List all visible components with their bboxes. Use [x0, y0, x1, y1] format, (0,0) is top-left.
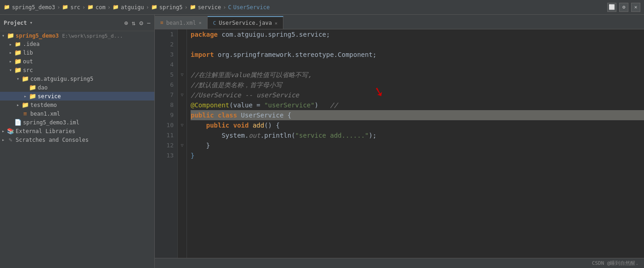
line-num-9: 9 [158, 110, 174, 120]
code-line-11: System. out .println( "service add......… [191, 130, 644, 140]
tree-label-scratches: Scratches and Consoles [15, 137, 154, 143]
bc-src-icon: 📁 [62, 4, 68, 10]
code-line-13: } [191, 151, 644, 161]
expand-arrow-spring5demo3[interactable]: ▾ [0, 33, 6, 38]
out-ref: out [249, 130, 260, 140]
tree-item-bean1xml[interactable]: ≡ bean1.xml [0, 109, 154, 118]
line-num-7: 7 [158, 90, 174, 100]
folder-icon-dao: 📁 [28, 84, 37, 91]
gear-icon[interactable]: ⚙ [139, 19, 143, 27]
scratch-icon: ✎ [6, 136, 15, 143]
line-num-12: 12 [158, 140, 174, 151]
sync-icon[interactable]: ⇅ [132, 19, 136, 27]
fold-10[interactable]: ▽ [178, 120, 186, 130]
bc-spring5-icon: 📁 [151, 4, 158, 10]
comment-7: //UserService -- userService [191, 90, 299, 100]
line-num-1: 1 [158, 29, 174, 39]
tree-label-com-atguigu: com.atguigu.spring5 [29, 76, 154, 82]
tab-bean1xml[interactable]: ≡ bean1.xml ✕ [155, 16, 208, 29]
bc-class: UserService [233, 4, 270, 11]
bc-service-icon: 📁 [190, 4, 196, 10]
add-icon[interactable]: ⊕ [124, 19, 128, 27]
tree-item-testdemo[interactable]: ▸ 📁 testdemo [0, 100, 154, 109]
bc-src: src [70, 4, 80, 11]
bc-com: com [96, 4, 106, 11]
sidebar-header: Project ▾ ⊕ ⇅ ⚙ − [0, 15, 154, 31]
gutter-3 [178, 50, 186, 60]
sidebar-icons: ⊕ ⇅ ⚙ − [124, 19, 151, 27]
breadcrumb: 📁 spring5_demo3 › 📁 src › 📁 com › 📁 atgu… [4, 4, 270, 11]
status-bar: CSDN @睡到自然醒. [155, 258, 644, 268]
folder-icon-spring5demo3: 📁 [6, 32, 15, 39]
main-layout: Project ▾ ⊕ ⇅ ⚙ − ▾ 📁 spring5_demo3 E:\w… [0, 15, 644, 268]
tree-item-lib[interactable]: ▸ 📁 lib [0, 48, 154, 57]
gutter-11 [178, 130, 186, 140]
expand-arrow-out[interactable]: ▸ [7, 59, 14, 64]
bc-project: spring5_demo3 [12, 4, 55, 11]
kw-package: package [191, 29, 218, 39]
tree-item-iml[interactable]: 📄 spring5_demo3.iml [0, 118, 154, 127]
import-pkg: org.springframework.stereotype. [214, 50, 338, 60]
code-line-1: package com.atguigu.spring5.service; [191, 29, 644, 39]
minimize-icon[interactable]: − [147, 19, 151, 27]
fold-5[interactable]: ▽ [178, 70, 186, 80]
sidebar: Project ▾ ⊕ ⇅ ⚙ − ▾ 📁 spring5_demo3 E:\w… [0, 15, 155, 268]
kw-public-9: public [191, 110, 214, 120]
line-num-11: 11 [158, 130, 174, 140]
tabs-bar: ≡ bean1.xml ✕ C UserService.java ✕ [155, 15, 644, 29]
folder-icon-service: 📁 [28, 93, 37, 100]
tree-item-out[interactable]: ▸ 📁 out [0, 57, 154, 66]
tree-item-scratches[interactable]: ▸ ✎ Scratches and Consoles [0, 135, 154, 144]
gutter-2 [178, 39, 186, 50]
code-line-8: @Component (value = "userService" ) // [191, 100, 644, 110]
expand-arrow-lib[interactable]: ▸ [7, 50, 14, 55]
gutter-1 [178, 29, 186, 39]
code-line-12: } [191, 140, 644, 151]
watermark: CSDN @睡到自然醒. [592, 260, 638, 267]
fold-12[interactable]: ▽ [178, 140, 186, 151]
expand-arrow-service[interactable]: ▸ [22, 94, 28, 99]
expand-arrow-extlibs[interactable]: ▸ [0, 128, 6, 134]
tree-item-spring5demo3[interactable]: ▾ 📁 spring5_demo3 E:\work\spring5_d... [0, 31, 154, 40]
import-cls: Component [338, 50, 373, 60]
kw-import: import [191, 50, 214, 60]
line-num-13: 13 [158, 151, 174, 161]
tree-item-com-atguigu[interactable]: ▾ 📁 com.atguigu.spring5 [0, 74, 154, 83]
settings-button[interactable]: ⚙ [619, 3, 628, 12]
line-numbers: 1 2 3 4 5 6 7 8 9 10 11 12 13 [155, 29, 178, 258]
expand-arrow-com-atguigu[interactable]: ▾ [15, 76, 21, 81]
tree-item-idea[interactable]: ▸ 📁 .idea [0, 40, 154, 48]
close-button[interactable]: ✕ [631, 3, 640, 12]
folder-icon-src: 📁 [14, 67, 22, 73]
tree-label-service: service [37, 93, 154, 100]
tab-close-userservice[interactable]: ✕ [275, 21, 277, 26]
gutter-4 [178, 60, 186, 70]
tab-icon-userservice: C [213, 20, 216, 26]
expand-arrow-scratches[interactable]: ▸ [0, 137, 6, 142]
classname-userservice: UserService [241, 110, 284, 120]
tree-item-service[interactable]: ▸ 📁 service [0, 92, 154, 100]
tree-label-spring5demo3: spring5_demo3 E:\work\spring5_d... [15, 33, 154, 39]
expand-arrow-testdemo[interactable]: ▸ [15, 102, 21, 107]
maximize-button[interactable]: ⬜ [607, 3, 616, 12]
comment-6: //默认值是类名称，首字母小写 [191, 80, 282, 90]
tree-item-dao[interactable]: 📁 dao [0, 83, 154, 92]
tree-item-extlibs[interactable]: ▸ 📚 External Libraries [0, 127, 154, 135]
tree-item-src[interactable]: ▾ 📁 src [0, 66, 154, 74]
bc-class-icon: C [228, 4, 231, 11]
code-content[interactable]: package com.atguigu.spring5.service; imp… [187, 29, 644, 258]
folder-icon-testdemo: 📁 [21, 101, 29, 108]
expand-arrow-src[interactable]: ▾ [7, 67, 14, 73]
sidebar-dropdown-icon[interactable]: ▾ [30, 20, 33, 26]
kw-public-10: public [206, 120, 230, 130]
tab-userservice[interactable]: C UserService.java ✕ [208, 16, 283, 29]
tab-close-bean1xml[interactable]: ✕ [199, 20, 202, 25]
expand-arrow-idea[interactable]: ▸ [7, 42, 14, 47]
folder-icon-idea: 📁 [14, 41, 22, 47]
comment-bean: // [330, 100, 338, 110]
code-editor[interactable]: 1 2 3 4 5 6 7 8 9 10 11 12 13 ▽ [155, 29, 644, 258]
tree-label-idea: .idea [22, 41, 154, 47]
kw-void: void [233, 120, 249, 130]
bc-spring5: spring5 [159, 4, 183, 11]
fold-7[interactable]: ▽ [178, 90, 186, 100]
